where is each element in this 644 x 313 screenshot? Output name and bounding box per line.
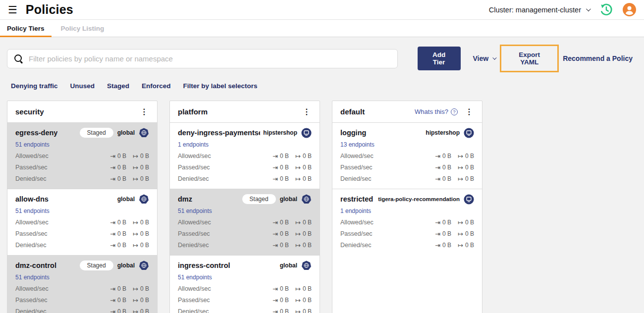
filter-unused[interactable]: Unused <box>70 82 95 90</box>
metric-label-passed: Passed/sec <box>178 297 210 304</box>
add-tier-button[interactable]: Add Tier <box>418 47 461 70</box>
ingress-metric: ⇥0 B <box>110 297 126 304</box>
egress-rate: 0 B <box>465 242 474 249</box>
egress-rate: 0 B <box>140 230 149 237</box>
endpoints-link[interactable]: 51 endpoints <box>15 274 50 281</box>
egress-arrow-icon: ↦ <box>133 286 138 292</box>
ingress-metric: ⇥0 B <box>110 153 126 159</box>
view-dropdown[interactable]: View <box>473 54 496 62</box>
filter-enforced[interactable]: Enforced <box>142 82 171 90</box>
policy-card-deny-ingress-paymentservice[interactable]: deny-ingress-paymentservi... hipstershop… <box>170 123 320 189</box>
egress-metric: ↦0 B <box>295 230 312 237</box>
header-actions: Cluster: management-cluster <box>489 3 636 16</box>
policy-card-ingress-control[interactable]: ingress-control global 51 endpoints Allo… <box>170 256 320 313</box>
policy-card-logging[interactable]: logging hipstershop 13 endpoints Allowed… <box>332 123 482 189</box>
ingress-metric: ⇥0 B <box>435 164 451 171</box>
egress-arrow-icon: ↦ <box>458 153 463 159</box>
tier-header: platform ⋮ <box>170 101 320 123</box>
tier-name: security <box>15 107 44 116</box>
policy-card-dmz[interactable]: dmz Staged global 51 endpoints Allowed/s… <box>170 189 320 256</box>
egress-rate: 0 B <box>303 153 312 159</box>
tab-policy-tiers[interactable]: Policy Tiers <box>0 20 52 37</box>
policy-name: egress-deny <box>15 129 57 137</box>
help-question-icon: ? <box>451 108 458 115</box>
endpoints-link[interactable]: 51 endpoints <box>15 208 50 214</box>
ingress-metric: ⇥0 B <box>272 242 289 249</box>
global-scope-icon <box>139 261 149 271</box>
ingress-rate: 0 B <box>280 153 289 159</box>
egress-metric: ↦0 B <box>458 219 474 226</box>
ingress-rate: 0 B <box>280 285 289 292</box>
history-icon[interactable] <box>599 3 613 16</box>
tab-policy-listing[interactable]: Policy Listing <box>54 20 111 37</box>
ingress-rate: 0 B <box>442 175 451 182</box>
metric-label-passed: Passed/sec <box>178 230 210 237</box>
ingress-arrow-icon: ⇥ <box>272 242 278 249</box>
endpoints-link[interactable]: 1 endpoints <box>178 141 209 148</box>
filter-denying-traffic[interactable]: Denying traffic <box>11 82 58 90</box>
ingress-metric: ⇥0 B <box>272 285 289 292</box>
metric-label-denied: Denied/sec <box>340 242 372 249</box>
cluster-selector[interactable]: Cluster: management-cluster <box>489 6 590 14</box>
egress-metric: ↦0 B <box>458 164 474 171</box>
filter-by-label-selectors[interactable]: Filter by label selectors <box>183 82 258 90</box>
endpoints-link[interactable]: 13 endpoints <box>340 141 375 148</box>
export-yaml-button[interactable]: Export YAML <box>500 45 559 72</box>
egress-metric: ↦0 B <box>295 219 312 226</box>
ingress-metric: ⇥0 B <box>272 230 289 237</box>
endpoints-link[interactable]: 51 endpoints <box>178 208 212 214</box>
kebab-menu-icon[interactable]: ⋮ <box>139 107 149 116</box>
egress-metric: ↦0 B <box>133 242 149 249</box>
scope-label: hipstershop <box>426 129 460 136</box>
chevron-down-icon <box>586 6 591 11</box>
ingress-metric: ⇥0 B <box>435 175 451 182</box>
ingress-metric: ⇥0 B <box>272 219 289 226</box>
metric-label-allowed: Allowed/sec <box>340 153 374 159</box>
ingress-arrow-icon: ⇥ <box>110 176 115 182</box>
cluster-selector-label: Cluster: management-cluster <box>489 6 581 14</box>
endpoints-link[interactable]: 51 endpoints <box>15 141 50 148</box>
ingress-metric: ⇥0 B <box>110 219 126 226</box>
egress-arrow-icon: ↦ <box>458 176 463 182</box>
policy-card-allow-dns[interactable]: allow-dns global 51 endpoints Allowed/se… <box>7 189 157 256</box>
kebab-menu-icon[interactable]: ⋮ <box>464 107 474 116</box>
ingress-rate: 0 B <box>117 308 126 313</box>
tab-bar: Policy Tiers Policy Listing <box>0 20 644 37</box>
filter-staged[interactable]: Staged <box>107 82 129 90</box>
policy-card-restricted[interactable]: restricted tigera-policy-recommendation … <box>332 189 482 255</box>
ingress-arrow-icon: ⇥ <box>110 153 115 159</box>
egress-rate: 0 B <box>140 219 149 226</box>
ingress-rate: 0 B <box>117 285 126 292</box>
namespace-icon <box>464 194 474 205</box>
egress-arrow-icon: ↦ <box>295 176 301 182</box>
kebab-menu-icon[interactable]: ⋮ <box>302 107 312 116</box>
metric-label-allowed: Allowed/sec <box>340 219 374 226</box>
ingress-rate: 0 B <box>442 219 451 226</box>
policy-card-egress-deny[interactable]: egress-deny Staged global 51 endpoints A… <box>7 123 157 189</box>
whats-this-link[interactable]: Whats this? ? <box>415 108 458 115</box>
egress-rate: 0 B <box>303 219 312 226</box>
hamburger-menu-icon[interactable]: ☰ <box>8 4 17 15</box>
policy-card-dmz-control[interactable]: dmz-control Staged global 51 endpoints A… <box>7 256 157 313</box>
endpoints-link[interactable]: 51 endpoints <box>178 274 212 281</box>
ingress-rate: 0 B <box>280 230 289 237</box>
endpoints-link[interactable]: 1 endpoints <box>340 208 371 214</box>
egress-arrow-icon: ↦ <box>295 153 301 159</box>
egress-arrow-icon: ↦ <box>458 242 463 249</box>
user-avatar[interactable] <box>623 3 636 16</box>
ingress-arrow-icon: ⇥ <box>110 231 115 237</box>
ingress-rate: 0 B <box>117 297 126 304</box>
egress-metric: ↦0 B <box>458 153 474 159</box>
ingress-rate: 0 B <box>442 230 451 237</box>
metric-label-allowed: Allowed/sec <box>178 153 211 159</box>
recommend-policy-button[interactable]: Recommend a Policy <box>563 54 633 62</box>
scope-label: hipstershop <box>263 129 297 136</box>
ingress-metric: ⇥0 B <box>110 308 126 313</box>
staged-badge: Staged <box>80 261 113 270</box>
egress-rate: 0 B <box>465 153 474 159</box>
tier-default: default Whats this? ? ⋮ logging hipsters… <box>332 101 483 313</box>
ingress-arrow-icon: ⇥ <box>110 297 115 304</box>
egress-metric: ↦0 B <box>133 285 149 292</box>
ingress-rate: 0 B <box>442 153 451 159</box>
search-input[interactable] <box>29 54 391 63</box>
